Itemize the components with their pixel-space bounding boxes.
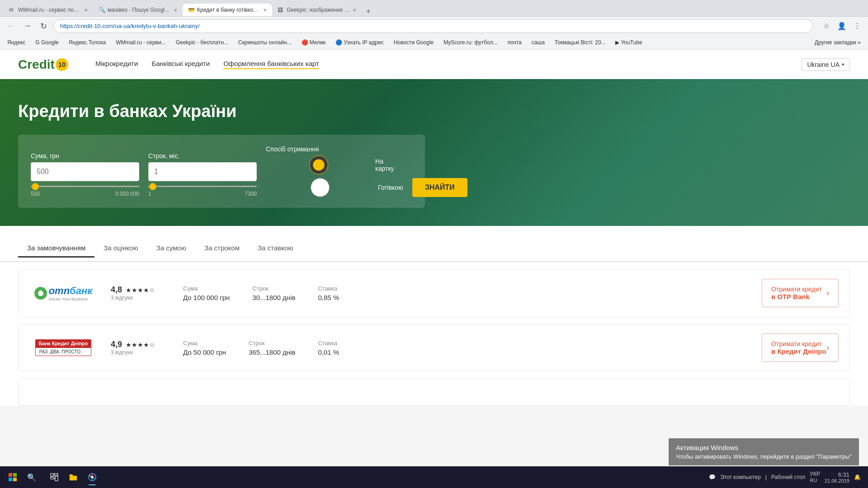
taskbar-separator: | [765,474,767,480]
address-bar[interactable]: https://credit-10.com/ua-ua/kredytu-v-ba… [53,19,813,33]
nav-bank-cards[interactable]: Оформлення банківських карт [223,60,319,69]
tab-1[interactable]: ✉ WMmail.ru - сервис почтовых... ✕ [4,4,93,16]
sort-tab-sum[interactable]: За сумою [147,239,195,258]
svg-rect-5 [54,474,58,475]
svg-rect-2 [9,478,12,481]
bookmark-yandex[interactable]: Яндекс [5,38,28,47]
logo-text: Credit [18,57,55,72]
sort-tab-default[interactable]: За замовчуванням [18,239,94,258]
forward-button[interactable]: → [21,20,33,33]
taskbar-app-explorer[interactable] [64,468,82,486]
tab-3[interactable]: 💳 Кредит в банку готівкою або... ✕ [183,4,272,16]
amount-range-labels: 500 3 000 000 [31,191,139,197]
nav-bank-credit[interactable]: Банківські кредити [151,60,210,69]
bookmark-tokmak[interactable]: Токмацькі Вісті: 20... [552,38,608,47]
otp-logo-svg: отпбанк Dream Your Business [34,285,93,301]
sort-tab-term[interactable]: За строком [195,239,249,258]
bookmark-ip[interactable]: 🔵 Узнать IP адрес [333,38,386,47]
bookmark-news[interactable]: Новости Google [391,38,436,47]
taskbar-app-chrome[interactable] [83,468,101,486]
radio-card[interactable]: На картку [266,155,403,174]
method-group: Спосіб отримання На картку Готівкою [266,145,403,197]
taskbar-app-taskview[interactable] [45,468,63,486]
apply-button-dnipro[interactable]: Отримати кредит в Кредит Дніпро › [762,333,839,362]
site-nav: Мікрокредити Банківські кредити Оформлен… [95,60,802,69]
svg-rect-7 [55,476,58,481]
radio-cash-label: Готівкою [378,184,403,191]
rate-info-dnipro: Ставка 0,01 % [318,340,339,356]
task-view-icon [50,473,58,481]
apply-name-dnipro: в Кредит Дніпро [771,347,826,355]
radio-cash[interactable]: Готівкою [266,178,403,197]
radio-card-input[interactable] [266,155,372,174]
amount-input[interactable] [31,162,139,181]
sort-tabs: За замовчуванням За оцінкою За сумою За … [0,226,868,262]
sum-value-otp: До 100 000 грн [183,294,230,301]
bookmark-myscore[interactable]: MyScore.ru: футбол... [441,38,500,47]
results-list: отпбанк Dream Your Business 4,8 ★★★★☆ 3 … [0,269,868,406]
bookmark-toloka[interactable]: Яндекс.Толока [66,38,109,47]
term-input[interactable] [148,162,257,181]
back-button[interactable]: ← [5,20,17,33]
activation-text: Чтобы активировать Windows, перейдите в … [676,453,852,460]
taskbar-time-value: 6:31 [825,471,849,478]
svg-rect-1 [13,473,17,477]
nav-bar: ← → ↻ https://credit-10.com/ua-ua/kredyt… [0,16,868,35]
tab-favicon-4: 🖼 [278,7,284,13]
taskbar-notification-icon[interactable]: 🔔 [854,474,861,480]
refresh-button[interactable]: ↻ [37,20,50,33]
amount-range-thumb[interactable] [32,183,39,190]
amount-group: Сума, грн 500 3 000 000 [31,152,139,197]
tab-close-1[interactable]: ✕ [84,8,88,13]
tab-close-4[interactable]: ✕ [353,8,356,13]
apply-button-otp[interactable]: Отримати кредит в OTP Bank › [762,279,839,307]
logo-link[interactable]: Credit 10 [18,57,68,72]
language-selector[interactable]: Ukraine UA [801,58,850,71]
taskbar-search-button[interactable]: 🔍 [24,469,40,485]
term-range-track [148,186,257,187]
bookmark-sasha[interactable]: саша [529,38,547,47]
tab-4[interactable]: 🖼 Geekpic: изображение Безымя... ✕ [272,4,362,16]
search-button[interactable]: ЗНАЙТИ [412,178,467,197]
start-button[interactable] [4,468,22,486]
bookmark-google[interactable]: G Google [33,38,61,47]
url-text: https://credit-10.com/ua-ua/kredytu-v-ba… [60,23,200,29]
tab-2[interactable]: 🔍 манівео - Пошук Google.png... ✕ [93,4,183,16]
chrome-icon [88,473,97,482]
tab-favicon-3: 💳 [188,7,194,13]
tab-close-3[interactable]: ✕ [263,8,267,13]
term-range-labels: 1 7300 [148,191,257,197]
tab-bar: ✉ WMmail.ru - сервис почтовых... ✕ 🔍 ман… [0,0,868,16]
bookmark-melik[interactable]: 🔴 Мелик [299,38,329,47]
term-max: 7300 [245,191,257,197]
taskbar: 🔍 💬 [0,466,868,488]
account-icon[interactable]: 👤 [835,20,848,33]
sort-tab-rate[interactable]: За ставкою [249,239,302,258]
reviews-dnipro: 3 відгуки [111,349,170,356]
new-tab-button[interactable]: + [363,6,373,16]
term-group: Строк, міс. 1 7300 [148,152,257,197]
apply-chevron-otp: › [826,288,829,298]
term-label: Строк, міс. [148,152,257,160]
taskbar-right: 💬 Этот компьютер | Рабочий стол УКР RU 6… [709,471,864,483]
bookmark-mail[interactable]: почта [505,38,524,47]
svg-rect-3 [13,478,17,481]
tab-close-2[interactable]: ✕ [174,8,177,13]
term-info-dnipro: Строк 365...1800 днів [249,340,295,356]
stars-dnipro: ★★★★☆ [126,341,155,348]
bookmark-geekpic[interactable]: Geekpic - бесплатн... [173,38,231,47]
settings-icon[interactable]: ⋮ [851,20,863,33]
radio-cash-input[interactable] [266,178,374,197]
taskbar-computer-label: Этот компьютер [720,474,761,480]
bookmark-others[interactable]: Другие закладки » [812,38,863,47]
reviews-otp: 3 відгуки [111,295,170,301]
bookmark-icon[interactable]: ☆ [820,20,833,33]
nav-microcredit[interactable]: Мікрокредити [95,60,138,69]
bookmark-youtube[interactable]: ▶ YouTube [613,38,645,47]
term-info-otp: Строк 30...1800 днів [252,285,295,301]
bookmark-screenshots[interactable]: Скриншоты онлайн... [236,38,294,47]
term-range-thumb[interactable] [149,183,156,190]
bookmark-wmmail[interactable]: WMmail.ru - серви... [113,38,168,47]
rate-value-otp: 0,85 % [318,294,339,301]
sort-tab-rating[interactable]: За оцінкою [94,239,147,258]
